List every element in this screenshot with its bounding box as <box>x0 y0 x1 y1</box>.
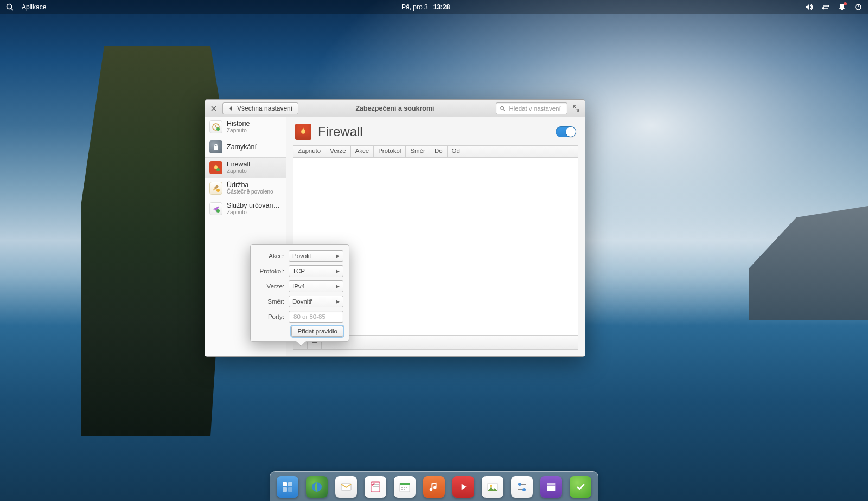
sidebar-item-housekeeping[interactable]: ÚdržbaČástečně povoleno <box>205 178 286 199</box>
dock-photos-icon[interactable] <box>482 476 503 498</box>
th-protocol[interactable]: Protokol <box>374 146 406 157</box>
dock-multitasking-icon[interactable] <box>277 476 298 498</box>
sidebar-item-label: Firewall <box>227 160 250 168</box>
sidebar-item-label: Služby určování po… <box>227 202 282 209</box>
svg-rect-29 <box>404 487 405 488</box>
sidebar-item-location[interactable]: Služby určování po…Zapnuto <box>205 199 286 220</box>
search-icon[interactable] <box>5 3 14 11</box>
svg-rect-39 <box>547 486 556 491</box>
ports-input[interactable] <box>292 313 340 320</box>
volume-icon[interactable] <box>805 3 814 11</box>
svg-point-6 <box>501 106 504 110</box>
svg-rect-19 <box>283 487 287 492</box>
sidebar-item-locking[interactable]: Zamykání <box>205 138 286 157</box>
power-icon[interactable] <box>854 3 863 11</box>
chevron-right-icon: ▶ <box>336 253 340 259</box>
back-label: Všechna nastavení <box>237 105 292 112</box>
field-label-ports: Porty: <box>256 313 284 320</box>
dock <box>270 471 598 501</box>
svg-point-13 <box>216 209 220 213</box>
svg-rect-10 <box>214 146 218 150</box>
notifications-icon[interactable] <box>838 3 846 11</box>
field-label-direction: Směr: <box>256 298 284 305</box>
window-titlebar[interactable]: Všechna nastavení Zabezpečení a soukromí <box>205 100 585 117</box>
svg-rect-32 <box>404 489 405 490</box>
svg-rect-27 <box>400 483 410 485</box>
th-action[interactable]: Akce <box>351 146 374 157</box>
dock-settings-icon[interactable] <box>511 476 533 498</box>
applications-menu[interactable]: Aplikace <box>22 3 46 11</box>
dock-app-center-icon[interactable] <box>540 476 562 498</box>
firewall-icon <box>209 161 222 174</box>
close-button[interactable] <box>208 103 219 114</box>
svg-rect-18 <box>288 482 292 486</box>
dock-tasks-icon[interactable] <box>365 476 386 498</box>
chevron-right-icon: ▶ <box>336 284 340 289</box>
wallpaper-cliff-right <box>749 206 868 320</box>
sidebar-item-sub: Zapnuto <box>227 168 250 175</box>
settings-search[interactable] <box>496 102 567 114</box>
svg-point-37 <box>518 483 521 486</box>
svg-point-11 <box>216 168 220 171</box>
broom-icon <box>209 182 222 195</box>
svg-point-12 <box>216 189 220 192</box>
version-value: IPv4 <box>292 283 305 290</box>
back-all-settings-button[interactable]: Všechna nastavení <box>222 102 298 114</box>
sidebar-item-history[interactable]: HistorieZapnuto <box>205 117 286 138</box>
maximize-button[interactable] <box>571 103 582 114</box>
add-rule-submit-button[interactable]: Přidat pravidlo <box>291 326 343 337</box>
svg-rect-22 <box>341 484 351 490</box>
svg-point-34 <box>490 485 492 487</box>
add-rule-popover: Akce: Povolit▶ Protokol: TCP▶ Verze: IPv… <box>250 244 349 342</box>
th-from[interactable]: Od <box>448 146 578 157</box>
sidebar-item-label: Údržba <box>227 181 273 189</box>
version-select[interactable]: IPv4▶ <box>289 280 343 292</box>
firewall-toggle[interactable] <box>556 126 576 137</box>
sidebar-item-sub: Zapnuto <box>227 127 250 134</box>
field-label-action: Akce: <box>256 253 284 259</box>
panel-date[interactable]: Pá, pro 3 <box>401 3 428 11</box>
sidebar-item-sub: Částečně povoleno <box>227 189 273 195</box>
svg-rect-28 <box>401 487 403 488</box>
th-version[interactable]: Verze <box>326 146 350 157</box>
th-enabled[interactable]: Zapnuto <box>293 146 326 157</box>
table-header: Zapnuto Verze Akce Protokol Směr Do Od <box>293 146 578 158</box>
protocol-value: TCP <box>292 268 305 274</box>
svg-line-1 <box>11 9 14 11</box>
action-value: Povolit <box>292 253 311 259</box>
top-panel: Aplikace Pá, pro 3 13:28 <box>0 0 868 14</box>
lock-icon <box>209 140 222 153</box>
dock-browser-icon[interactable] <box>306 476 328 498</box>
dock-videos-icon[interactable] <box>452 476 474 498</box>
field-label-protocol: Protokol: <box>256 268 284 274</box>
protocol-select[interactable]: TCP▶ <box>289 265 343 277</box>
panel-time[interactable]: 13:28 <box>433 3 450 11</box>
dock-updates-icon[interactable] <box>570 476 591 498</box>
network-icon[interactable] <box>821 3 830 11</box>
dock-music-icon[interactable] <box>423 476 445 498</box>
direction-value: Dovnitř <box>292 298 312 305</box>
th-direction[interactable]: Směr <box>406 146 430 157</box>
chevron-right-icon: ▶ <box>336 299 340 304</box>
ports-input-wrapper[interactable] <box>289 311 343 323</box>
direction-select[interactable]: Dovnitř▶ <box>289 296 343 307</box>
dock-calendar-icon[interactable] <box>394 476 416 498</box>
page-title: Firewall <box>318 124 363 139</box>
field-label-version: Verze: <box>256 283 284 290</box>
sidebar-item-sub: Zapnuto <box>227 209 282 216</box>
svg-rect-31 <box>401 489 403 490</box>
settings-search-input[interactable] <box>508 105 564 112</box>
svg-line-7 <box>503 109 505 110</box>
history-icon <box>209 120 222 133</box>
firewall-header-icon <box>295 124 311 140</box>
svg-rect-20 <box>288 487 292 492</box>
svg-point-38 <box>522 488 526 491</box>
th-to[interactable]: Do <box>430 146 448 157</box>
svg-point-0 <box>7 4 12 9</box>
svg-rect-40 <box>547 483 556 486</box>
dock-mail-icon[interactable] <box>335 476 357 498</box>
action-select[interactable]: Povolit▶ <box>289 250 343 262</box>
location-icon <box>209 202 222 215</box>
sidebar-item-firewall[interactable]: FirewallZapnuto <box>205 157 286 178</box>
chevron-right-icon: ▶ <box>336 268 340 274</box>
